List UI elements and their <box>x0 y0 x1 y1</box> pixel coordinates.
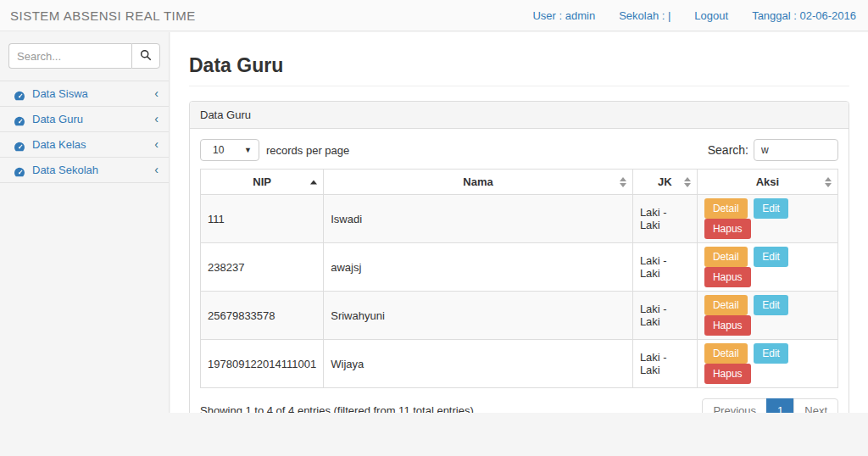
cell-aksi: Detail Edit Hapus <box>697 243 837 292</box>
table-controls: 10 ▼ records per page Search: <box>200 139 838 161</box>
table-search-input[interactable] <box>754 139 838 161</box>
chevron-left-icon: ‹ <box>154 87 159 101</box>
sidebar-item-label: Data Sekolah <box>32 164 147 176</box>
sekolah-link[interactable]: Sekolah : | <box>619 9 670 22</box>
cell-nama: Iswadi <box>324 195 633 243</box>
hapus-button[interactable]: Hapus <box>704 267 751 287</box>
dashboard-icon <box>14 140 25 150</box>
pagination: Previous 1 Next <box>702 398 838 413</box>
page-title: Data Guru <box>189 54 849 86</box>
detail-button[interactable]: Detail <box>704 198 748 219</box>
top-navbar: SISTEM ABSENSI REAL TIME User : admin Se… <box>0 0 868 31</box>
cell-aksi: Detail Edit Hapus <box>697 195 837 243</box>
table-search-label: Search: <box>708 143 748 157</box>
sort-both-icon <box>684 177 691 187</box>
column-header-nip[interactable]: NIP <box>201 170 324 195</box>
sort-both-icon <box>620 177 626 187</box>
sidebar-item-data-guru[interactable]: Data Guru ‹ <box>0 107 169 132</box>
dashboard-icon <box>14 114 25 125</box>
sidebar: Data Siswa ‹ Data Guru ‹ D <box>0 32 170 413</box>
footer <box>0 413 868 456</box>
sort-asc-icon <box>310 180 317 184</box>
cell-aksi: Detail Edit Hapus <box>697 340 837 388</box>
column-label: NIP <box>253 175 271 188</box>
detail-button[interactable]: Detail <box>704 247 748 267</box>
records-per-page-label: records per page <box>266 144 349 157</box>
sidebar-item-data-sekolah[interactable]: Data Sekolah ‹ <box>0 158 169 183</box>
main-content: Data Guru Data Guru 10 ▼ records per pag… <box>170 32 868 413</box>
edit-button[interactable]: Edit <box>754 295 788 315</box>
cell-jk: Laki - Laki <box>632 243 697 292</box>
table-info: Showing 1 to 4 of 4 entries (filtered fr… <box>200 404 474 413</box>
app-title: SISTEM ABSENSI REAL TIME <box>10 8 196 23</box>
sidebar-item-label: Data Guru <box>32 113 147 125</box>
user-link[interactable]: User : admin <box>532 9 595 22</box>
column-label: Nama <box>463 175 492 188</box>
hapus-button[interactable]: Hapus <box>704 364 751 384</box>
detail-button[interactable]: Detail <box>704 295 748 315</box>
cell-jk: Laki - Laki <box>632 292 697 340</box>
length-control: 10 ▼ records per page <box>200 139 349 161</box>
table-search: Search: <box>708 139 838 161</box>
sidebar-search-group <box>8 43 160 69</box>
table-row: 197809122014111001 Wijaya Laki - Laki De… <box>201 340 838 388</box>
cell-nama: Wijaya <box>324 340 633 388</box>
dashboard-icon <box>14 165 25 175</box>
sort-both-icon <box>825 177 832 187</box>
edit-button[interactable]: Edit <box>754 247 788 267</box>
edit-button[interactable]: Edit <box>754 198 788 219</box>
page-1-button[interactable]: 1 <box>766 398 794 413</box>
previous-page-button[interactable]: Previous <box>702 398 767 413</box>
dashboard-icon <box>14 89 25 99</box>
search-icon <box>140 49 152 64</box>
table-footer: Showing 1 to 4 of 4 entries (filtered fr… <box>200 398 838 413</box>
column-header-aksi[interactable]: Aksi <box>697 170 837 195</box>
sidebar-item-label: Data Kelas <box>32 138 147 151</box>
cell-jk: Laki - Laki <box>632 195 697 243</box>
sidebar-item-data-kelas[interactable]: Data Kelas ‹ <box>0 132 169 158</box>
column-label: Aksi <box>756 175 779 188</box>
chevron-left-icon: ‹ <box>154 138 159 152</box>
panel-body: 10 ▼ records per page Search: NIP <box>190 129 849 413</box>
date-link[interactable]: Tanggal : 02-06-2016 <box>752 9 856 22</box>
sidebar-search-button[interactable] <box>131 43 160 69</box>
topbar-links: User : admin Sekolah : | Logout Tanggal … <box>532 9 858 22</box>
cell-nip: 197809122014111001 <box>201 340 324 388</box>
chevron-left-icon: ‹ <box>154 113 159 126</box>
caret-down-icon: ▼ <box>244 146 252 154</box>
cell-nama: Sriwahyuni <box>324 292 633 340</box>
cell-nip: 25679833578 <box>201 292 324 340</box>
hapus-button[interactable]: Hapus <box>704 315 751 336</box>
column-header-jk[interactable]: JK <box>632 170 697 195</box>
panel-heading: Data Guru <box>190 102 849 129</box>
table-row: 25679833578 Sriwahyuni Laki - Laki Detai… <box>201 292 838 340</box>
column-header-nama[interactable]: Nama <box>324 170 633 195</box>
data-guru-panel: Data Guru 10 ▼ records per page Search: <box>189 101 849 413</box>
sidebar-menu: Data Siswa ‹ Data Guru ‹ D <box>0 81 169 183</box>
edit-button[interactable]: Edit <box>754 343 788 364</box>
cell-aksi: Detail Edit Hapus <box>697 292 837 340</box>
cell-jk: Laki - Laki <box>632 340 697 388</box>
chevron-left-icon: ‹ <box>154 164 159 177</box>
cell-nip: 111 <box>201 195 324 243</box>
cell-nama: awajsj <box>324 243 633 292</box>
sidebar-item-label: Data Siswa <box>32 87 147 100</box>
column-label: JK <box>658 175 672 188</box>
table-header-row: NIP Nama JK Aksi <box>201 170 838 195</box>
cell-nip: 238237 <box>201 243 324 292</box>
data-guru-table: NIP Nama JK Aksi <box>200 169 838 388</box>
records-per-page-select[interactable]: 10 ▼ <box>200 139 259 161</box>
sidebar-search-input[interactable] <box>8 43 131 69</box>
table-row: 111 Iswadi Laki - Laki Detail Edit Hapus <box>201 195 838 243</box>
detail-button[interactable]: Detail <box>704 343 748 364</box>
sidebar-item-data-siswa[interactable]: Data Siswa ‹ <box>0 81 169 107</box>
table-row: 238237 awajsj Laki - Laki Detail Edit Ha… <box>201 243 838 292</box>
hapus-button[interactable]: Hapus <box>704 219 751 239</box>
records-per-page-value: 10 <box>213 144 224 156</box>
next-page-button[interactable]: Next <box>793 398 838 413</box>
logout-link[interactable]: Logout <box>694 9 728 22</box>
